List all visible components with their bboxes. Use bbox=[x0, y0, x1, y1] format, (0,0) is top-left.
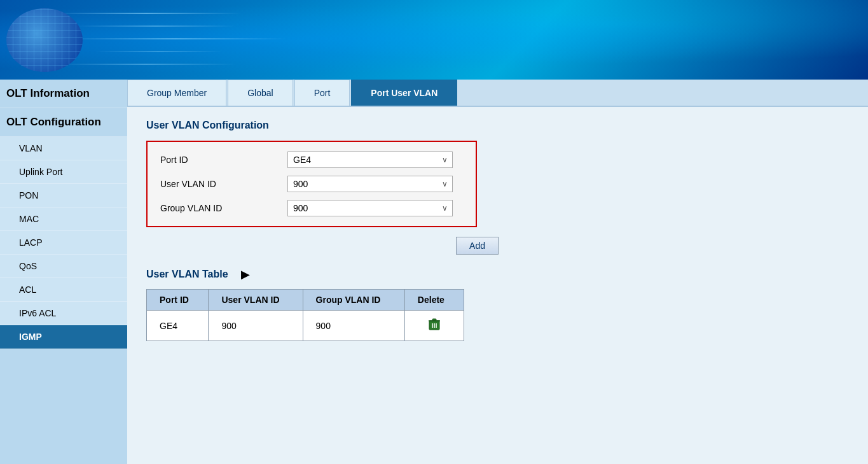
tab-global[interactable]: Global bbox=[228, 80, 293, 106]
sidebar-item-uplink-port[interactable]: Uplink Port bbox=[0, 160, 127, 184]
col-header-delete: Delete bbox=[404, 290, 464, 311]
cell-port-id: GE4 bbox=[147, 311, 209, 341]
sidebar-item-vlan[interactable]: VLAN bbox=[0, 137, 127, 160]
user-vlan-id-row: User VLAN ID 100 200 300 900 bbox=[160, 176, 463, 192]
tab-group-member[interactable]: Group Member bbox=[127, 80, 226, 106]
sidebar-item-qos[interactable]: QoS bbox=[0, 255, 127, 278]
cell-delete bbox=[404, 311, 464, 341]
sidebar-item-olt-configuration[interactable]: OLT Configuration bbox=[0, 108, 127, 137]
config-section-title: User VLAN Configuration bbox=[146, 120, 849, 131]
light-streaks bbox=[0, 0, 868, 80]
main-layout: OLT Information OLT Configuration VLAN U… bbox=[0, 80, 868, 464]
col-header-group-vlan-id: Group VLAN ID bbox=[303, 290, 404, 311]
user-vlan-id-select-wrapper: 100 200 300 900 bbox=[287, 176, 453, 192]
sidebar-item-olt-information[interactable]: OLT Information bbox=[0, 80, 127, 108]
col-header-user-vlan-id: User VLAN ID bbox=[209, 290, 303, 311]
header-banner bbox=[0, 0, 868, 80]
port-id-label: Port ID bbox=[160, 155, 287, 165]
sidebar-item-pon[interactable]: PON bbox=[0, 184, 127, 207]
group-vlan-id-select-wrapper: 100 200 300 900 bbox=[287, 200, 453, 216]
tab-port-user-vlan[interactable]: Port User VLAN bbox=[351, 80, 457, 106]
sidebar-item-igmp[interactable]: IGMP bbox=[0, 325, 127, 349]
table-section: User VLAN Table ▶ Port ID User VLAN ID G… bbox=[146, 267, 849, 341]
add-button-row: Add bbox=[146, 237, 499, 255]
cursor-indicator: ▶ bbox=[241, 267, 250, 281]
sidebar: OLT Information OLT Configuration VLAN U… bbox=[0, 80, 127, 464]
config-box: Port ID GE1 GE2 GE3 GE4 GE5 GE6 GE7 GE8 bbox=[146, 141, 477, 227]
sidebar-item-acl[interactable]: ACL bbox=[0, 278, 127, 302]
group-vlan-id-select[interactable]: 100 200 300 900 bbox=[287, 200, 453, 216]
add-button[interactable]: Add bbox=[456, 237, 499, 255]
sidebar-item-lacp[interactable]: LACP bbox=[0, 231, 127, 255]
content-area: Group Member Global Port Port User VLAN … bbox=[127, 80, 868, 464]
trash-icon bbox=[427, 317, 442, 332]
delete-button[interactable] bbox=[425, 316, 443, 335]
table-section-title: User VLAN Table bbox=[146, 269, 228, 280]
tabs-bar: Group Member Global Port Port User VLAN bbox=[127, 80, 868, 107]
col-header-port-id: Port ID bbox=[147, 290, 209, 311]
group-vlan-id-label: Group VLAN ID bbox=[160, 203, 287, 213]
port-id-select-wrapper: GE1 GE2 GE3 GE4 GE5 GE6 GE7 GE8 bbox=[287, 151, 453, 168]
globe-graphic bbox=[6, 8, 83, 72]
user-vlan-id-select[interactable]: 100 200 300 900 bbox=[287, 176, 453, 192]
user-vlan-id-label: User VLAN ID bbox=[160, 179, 287, 189]
cell-user-vlan-id: 900 bbox=[209, 311, 303, 341]
cell-group-vlan-id: 900 bbox=[303, 311, 404, 341]
port-id-select[interactable]: GE1 GE2 GE3 GE4 GE5 GE6 GE7 GE8 bbox=[287, 151, 453, 168]
user-vlan-table: Port ID User VLAN ID Group VLAN ID Delet… bbox=[146, 289, 464, 341]
tab-port[interactable]: Port bbox=[294, 80, 350, 106]
group-vlan-id-row: Group VLAN ID 100 200 300 900 bbox=[160, 200, 463, 216]
sidebar-item-ipv6-acl[interactable]: IPv6 ACL bbox=[0, 302, 127, 325]
sidebar-item-mac[interactable]: MAC bbox=[0, 207, 127, 231]
table-header-row: Port ID User VLAN ID Group VLAN ID Delet… bbox=[147, 290, 464, 311]
port-id-row: Port ID GE1 GE2 GE3 GE4 GE5 GE6 GE7 GE8 bbox=[160, 151, 463, 168]
table-row: GE4 900 900 bbox=[147, 311, 464, 341]
content-body: User VLAN Configuration Port ID GE1 GE2 … bbox=[127, 107, 868, 464]
